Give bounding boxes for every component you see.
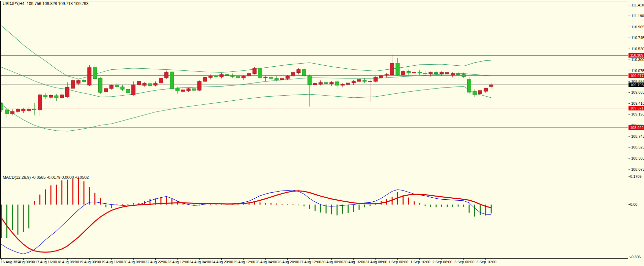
candle-body bbox=[253, 68, 256, 73]
price-axis-label: 109.635 bbox=[631, 90, 644, 95]
candle-body bbox=[319, 82, 322, 84]
macd-main-line bbox=[1, 190, 491, 254]
candle-body bbox=[407, 72, 411, 73]
time-axis-label: 3 Sep 16:00 bbox=[476, 260, 496, 264]
level-price-badge: 110.389 bbox=[629, 53, 644, 58]
price-axis-label: 110.300 bbox=[631, 58, 644, 62]
candle-body bbox=[451, 73, 454, 75]
candle-body bbox=[423, 73, 427, 74]
candle-body bbox=[203, 77, 207, 81]
candle-body bbox=[109, 85, 113, 89]
candle-body bbox=[88, 68, 91, 85]
candle-body bbox=[330, 82, 333, 84]
candle-body bbox=[55, 96, 58, 98]
candle-body bbox=[258, 68, 262, 78]
candle-body bbox=[478, 91, 482, 94]
candle-body bbox=[352, 81, 355, 83]
candle-body bbox=[467, 79, 471, 93]
time-axis-label: 1 Sep 16:00 bbox=[410, 260, 430, 264]
candle-body bbox=[440, 72, 444, 73]
price-axis-label: 110.745 bbox=[631, 36, 644, 40]
time-axis-label: 31 Aug 08:00 bbox=[365, 260, 387, 264]
time-axis-label: 25 Aug 12:00 bbox=[233, 260, 255, 264]
candle-body bbox=[33, 109, 36, 110]
price-axis-label: 108.520 bbox=[631, 145, 644, 149]
candle-body bbox=[313, 84, 317, 85]
candle-body bbox=[187, 89, 190, 91]
candle-body bbox=[473, 92, 477, 95]
chart-symbol-title: USDJPY,H4 109.756 109.828 109.718 109.79… bbox=[3, 1, 89, 6]
candle-body bbox=[390, 63, 394, 74]
candle-body bbox=[242, 76, 246, 78]
candle-body bbox=[363, 80, 366, 81]
candle-body bbox=[445, 73, 449, 74]
candle-body bbox=[137, 81, 141, 85]
time-axis-label: 1 Sep 00:00 bbox=[388, 260, 408, 264]
candle-body bbox=[27, 109, 31, 110]
candle-body bbox=[374, 77, 378, 81]
time-axis-label: 26 Aug 20:00 bbox=[277, 260, 299, 264]
candle-body bbox=[132, 85, 135, 95]
candle-body bbox=[66, 87, 69, 97]
price-axis-label: 109.410 bbox=[631, 101, 644, 106]
candle-body bbox=[208, 76, 212, 77]
candle-body bbox=[142, 84, 146, 86]
time-axis-label: 17 Aug 16:00 bbox=[35, 260, 57, 264]
chart-canvas[interactable] bbox=[0, 0, 644, 266]
candle-body bbox=[264, 77, 267, 78]
candle-body bbox=[170, 72, 174, 89]
candle-body bbox=[418, 72, 421, 73]
price-axis-label: 110.520 bbox=[631, 47, 644, 51]
time-axis-label: 19 Aug 00:00 bbox=[79, 260, 101, 264]
candle-body bbox=[379, 75, 383, 78]
candle-body bbox=[115, 85, 119, 87]
macd-indicator-label: MACD(12,26,9) -0.0565 -0.0179 0.0000 -0.… bbox=[3, 175, 89, 180]
candle-body bbox=[225, 74, 229, 75]
price-axis-label: 108.745 bbox=[631, 134, 644, 139]
candle-body bbox=[324, 82, 328, 84]
candle-body bbox=[16, 109, 20, 111]
price-axis-label: 108.300 bbox=[631, 156, 644, 161]
candle-body bbox=[126, 89, 130, 93]
candle-body bbox=[214, 76, 218, 77]
candle-body bbox=[82, 80, 86, 82]
candle-body bbox=[335, 82, 339, 86]
candle-body bbox=[297, 70, 300, 73]
candle-body bbox=[368, 81, 372, 82]
level-price-badge: 109.321 bbox=[629, 106, 644, 110]
candle-body bbox=[484, 88, 487, 91]
candle-body bbox=[43, 95, 47, 97]
price-axis-label: 110.965 bbox=[631, 25, 644, 29]
candle-body bbox=[38, 95, 42, 110]
candle-body bbox=[220, 74, 223, 77]
candle-body bbox=[49, 96, 53, 98]
price-axis-label: 108.075 bbox=[631, 167, 644, 172]
time-axis-label: 24 Aug 20:00 bbox=[211, 260, 233, 264]
candle-body bbox=[357, 79, 361, 81]
price-axis-label: 111.190 bbox=[631, 14, 644, 18]
candle-body bbox=[291, 73, 295, 76]
time-axis-label: 27 Aug 12:00 bbox=[299, 260, 321, 264]
candle-body bbox=[412, 72, 416, 73]
price-axis-label: 109.190 bbox=[631, 112, 644, 117]
candle-body bbox=[247, 73, 251, 76]
candle-body bbox=[231, 75, 234, 76]
candle-body bbox=[302, 70, 306, 76]
macd-axis-label: -0.306 bbox=[630, 255, 641, 259]
mt4-chart-window: USDJPY,H4 109.756 109.828 109.718 109.79… bbox=[0, 0, 644, 266]
candle-body bbox=[60, 95, 64, 98]
time-axis-label: 22 Aug 22:06 bbox=[145, 260, 167, 264]
candle-body bbox=[401, 72, 405, 75]
candle-body bbox=[434, 73, 438, 74]
time-axis-label: 26 Aug 04:00 bbox=[255, 260, 277, 264]
candle-body bbox=[198, 81, 201, 90]
time-axis-label: 19 Aug 16:00 bbox=[101, 260, 123, 264]
macd-axis-label: 0.00 bbox=[630, 202, 637, 207]
candle-body bbox=[5, 110, 9, 114]
candle-body bbox=[22, 109, 25, 111]
candle-body bbox=[346, 83, 350, 84]
candle-body bbox=[175, 88, 179, 91]
candle-body bbox=[429, 73, 432, 74]
candle-body bbox=[489, 85, 493, 87]
candle-body bbox=[275, 78, 279, 80]
